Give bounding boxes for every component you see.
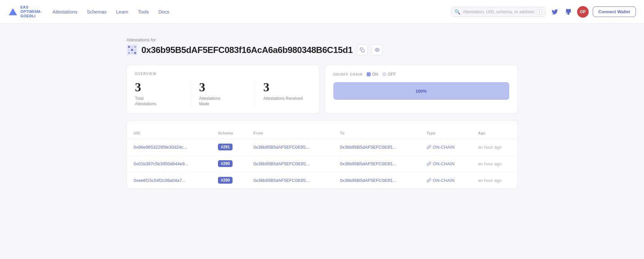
overview-card: OVERVIEW 3 Total Attestations 3 Attestat… — [127, 65, 319, 114]
address-identicon — [127, 44, 137, 55]
github-icon — [565, 8, 572, 15]
logo-icon — [8, 7, 18, 17]
github-button[interactable] — [564, 7, 573, 17]
header-right: 🔍 / OP Connect Wallet — [451, 6, 636, 18]
type-label: ON-CHAIN — [433, 161, 455, 166]
chain-legend: ON OFF — [367, 72, 396, 77]
copy-address-button[interactable] — [357, 44, 368, 55]
logo-link[interactable]: EAS OPTIMISM- GOERLI — [8, 5, 42, 19]
attestations-table: UID Schema From To Type Age 0x86e9653229… — [127, 128, 517, 188]
view-address-button[interactable] — [372, 44, 383, 55]
attestations-for-label: Attestations for — [127, 37, 518, 42]
schema-cell[interactable]: #290 — [211, 172, 246, 189]
svg-rect-2 — [128, 46, 130, 48]
legend-dot-off — [382, 72, 386, 76]
type-label: ON-CHAIN — [433, 178, 455, 183]
main-content: Attestations for 0x36b95B5dAF5EFC083f16A… — [118, 24, 526, 209]
search-input[interactable] — [463, 9, 534, 14]
schema-badge[interactable]: #290 — [218, 177, 233, 184]
received-label: Attestations Received — [263, 96, 311, 101]
schema-cell[interactable]: #291 — [211, 139, 246, 155]
chain-bar-fill: 100% — [333, 82, 509, 100]
link-icon — [427, 145, 431, 149]
legend-dot-on — [367, 72, 371, 76]
search-kbd: / — [537, 9, 542, 15]
svg-marker-0 — [9, 8, 17, 15]
svg-rect-5 — [128, 49, 130, 51]
attestations-received-stat: 3 Attestations Received — [263, 81, 311, 107]
twitter-button[interactable] — [550, 7, 559, 17]
type-cell: ON-CHAIN — [420, 172, 471, 189]
svg-rect-4 — [134, 46, 136, 48]
overview-label: OVERVIEW — [135, 72, 311, 76]
address-row: 0x36b95B5dAF5EFC083f16AcA6a6b980348B6C15… — [127, 44, 518, 55]
table-header-row: UID Schema From To Type Age — [127, 128, 517, 139]
svg-rect-9 — [131, 52, 133, 54]
nav-tools[interactable]: Tools — [138, 9, 149, 15]
attestations-table-card: UID Schema From To Type Age 0x86e9653229… — [127, 121, 518, 189]
to-cell[interactable]: 0x36b95B5dAF5EFC083f1... — [333, 172, 420, 189]
uid-cell[interactable]: 0x01b397c5b3950d644e9... — [127, 155, 211, 172]
nav-docs[interactable]: Docs — [159, 9, 169, 15]
received-count: 3 — [263, 81, 311, 93]
main-nav: Attestations Schemas Learn Tools Docs — [53, 9, 440, 15]
nav-schemas[interactable]: Schemas — [87, 9, 107, 15]
type-label: ON-CHAIN — [433, 145, 455, 150]
from-cell[interactable]: 0x36b95B5dAF5EFC083f1... — [246, 172, 333, 189]
col-schema: Schema — [211, 128, 246, 139]
nav-attestations[interactable]: Attestations — [53, 9, 77, 15]
age-cell: an hour ago — [471, 155, 517, 172]
to-cell[interactable]: 0x36b95B5dAF5EFC083f1... — [333, 155, 420, 172]
nav-learn[interactable]: Learn — [116, 9, 128, 15]
col-uid: UID — [127, 128, 211, 139]
avatar[interactable]: OP — [577, 6, 589, 18]
eye-icon — [375, 48, 380, 52]
type-cell: ON-CHAIN — [420, 139, 471, 155]
table-row: 0x01b397c5b3950d644e9... #290 0x36b95B5d… — [127, 155, 517, 172]
col-to: To — [333, 128, 420, 139]
from-cell[interactable]: 0x36b95B5dAF5EFC083f1... — [246, 155, 333, 172]
svg-rect-10 — [134, 52, 136, 54]
col-age: Age — [471, 128, 517, 139]
search-icon: 🔍 — [455, 9, 460, 15]
total-count: 3 — [135, 81, 183, 93]
legend-on: ON — [367, 72, 378, 77]
chain-header: ON/OFF CHAIN ON OFF — [333, 72, 509, 77]
svg-rect-6 — [131, 49, 133, 51]
age-cell: an hour ago — [471, 172, 517, 189]
to-cell[interactable]: 0x36b95B5dAF5EFC083f1... — [333, 139, 420, 155]
logo-text: EAS OPTIMISM- GOERLI — [20, 5, 42, 19]
attestations-made-stat: 3 Attestations Made — [199, 81, 255, 107]
twitter-icon — [551, 8, 558, 15]
age-cell: an hour ago — [471, 139, 517, 155]
schema-cell[interactable]: #290 — [211, 155, 246, 172]
svg-rect-11 — [362, 49, 364, 52]
link-icon — [427, 162, 431, 166]
search-bar: 🔍 / — [451, 7, 546, 17]
table-row: 0xee6f15c54f2c08a04a7... #290 0x36b95B5d… — [127, 172, 517, 189]
svg-point-12 — [376, 49, 378, 51]
overview-stats: 3 Total Attestations 3 Attestations Made… — [135, 81, 311, 107]
svg-rect-7 — [134, 49, 136, 51]
chain-bar-container: 100% — [333, 82, 509, 100]
chain-title: ON/OFF CHAIN — [333, 73, 363, 76]
copy-icon — [360, 48, 365, 52]
col-from: From — [246, 128, 333, 139]
svg-rect-8 — [128, 52, 130, 54]
chain-bar-label: 100% — [416, 89, 427, 94]
type-cell: ON-CHAIN — [420, 155, 471, 172]
svg-rect-3 — [131, 46, 133, 48]
made-count: 3 — [199, 81, 247, 93]
table-body: 0x86e96532295fe30d24c... #291 0x36b95B5d… — [127, 139, 517, 189]
uid-cell[interactable]: 0xee6f15c54f2c08a04a7... — [127, 172, 211, 189]
connect-wallet-button[interactable]: Connect Wallet — [593, 6, 636, 17]
uid-cell[interactable]: 0x86e96532295fe30d24c... — [127, 139, 211, 155]
schema-badge[interactable]: #291 — [218, 144, 233, 150]
app-header: EAS OPTIMISM- GOERLI Attestations Schema… — [0, 0, 644, 24]
from-cell[interactable]: 0x36b95B5dAF5EFC083f1... — [246, 139, 333, 155]
col-type: Type — [420, 128, 471, 139]
made-label: Attestations Made — [199, 96, 247, 107]
schema-badge[interactable]: #290 — [218, 160, 233, 167]
chain-card: ON/OFF CHAIN ON OFF 100% — [325, 65, 518, 114]
total-attestations-stat: 3 Total Attestations — [135, 81, 191, 107]
